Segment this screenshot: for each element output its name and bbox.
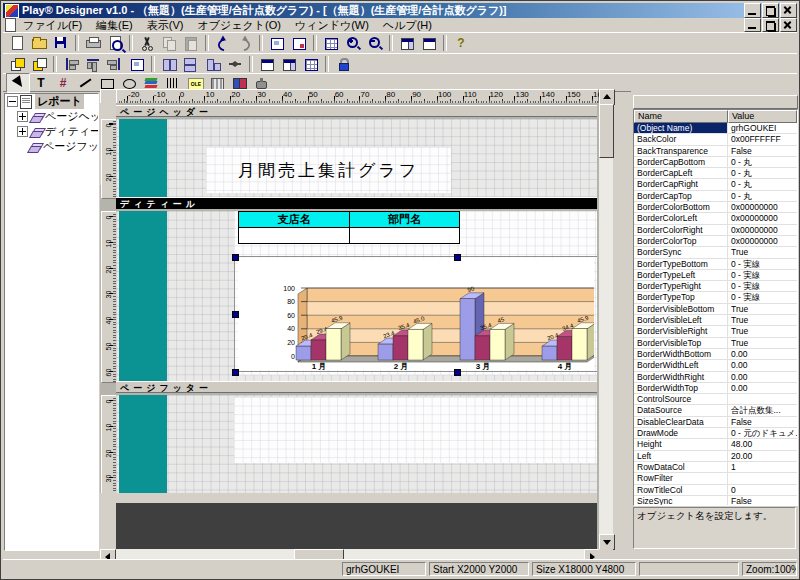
property-value[interactable]: 0 - 実線 bbox=[728, 292, 797, 302]
select-report-button[interactable] bbox=[266, 34, 288, 52]
property-value[interactable]: False bbox=[728, 146, 797, 156]
design-canvas[interactable]: -20-100102030405060708090100110120130140… bbox=[100, 89, 613, 563]
undo-button[interactable] bbox=[212, 34, 234, 52]
property-value[interactable]: 0x00000000 bbox=[728, 202, 797, 212]
property-row[interactable]: Left20.00 bbox=[634, 451, 797, 462]
page-select-button[interactable] bbox=[300, 55, 322, 73]
property-row[interactable]: BackTransparenceFalse bbox=[634, 146, 797, 157]
property-value[interactable]: 1 bbox=[728, 462, 797, 472]
property-value[interactable]: True bbox=[728, 338, 797, 348]
property-window-button[interactable] bbox=[418, 34, 440, 52]
menu-item[interactable]: 編集(E) bbox=[89, 18, 140, 32]
property-row[interactable]: BorderColorRight0x00000000 bbox=[634, 225, 797, 236]
property-row[interactable]: DataSource合計点数集... bbox=[634, 405, 797, 416]
property-value[interactable] bbox=[728, 394, 797, 404]
grid-toggle-button[interactable] bbox=[320, 34, 342, 52]
lock-button[interactable] bbox=[332, 55, 354, 73]
table-header-department[interactable]: 部門名 bbox=[350, 212, 459, 227]
property-row[interactable]: BorderWidthTop0.00 bbox=[634, 383, 797, 394]
save-button[interactable] bbox=[50, 34, 72, 52]
menu-item[interactable]: ヘルプ(H) bbox=[376, 18, 439, 32]
menu-item[interactable]: ウィンドウ(W) bbox=[288, 18, 376, 32]
cut-button[interactable] bbox=[136, 34, 158, 52]
split-window-button[interactable] bbox=[396, 34, 418, 52]
resize-handle-middle-left[interactable] bbox=[232, 311, 239, 318]
property-row[interactable]: ControlSource bbox=[634, 394, 797, 405]
bring-to-front-button[interactable] bbox=[6, 55, 28, 73]
property-value[interactable]: 0 - 実線 bbox=[728, 281, 797, 291]
scroll-down-button[interactable] bbox=[599, 534, 615, 550]
page-grid-button[interactable] bbox=[278, 55, 300, 73]
property-value[interactable]: 合計点数集... bbox=[728, 405, 797, 415]
same-size-button[interactable] bbox=[202, 55, 224, 73]
paste-button[interactable] bbox=[180, 34, 202, 52]
property-value[interactable]: 0 bbox=[728, 485, 797, 495]
mdi-minimize-button[interactable] bbox=[744, 18, 761, 32]
menu-item[interactable]: オブジェクト(O) bbox=[190, 18, 287, 32]
table-cell-department[interactable] bbox=[350, 228, 459, 243]
property-value[interactable]: 48.00 bbox=[728, 439, 797, 449]
send-to-back-button[interactable] bbox=[28, 55, 50, 73]
property-row[interactable]: DrawMode0 - 元のドキュメ... bbox=[634, 428, 797, 439]
property-value[interactable]: 0 - 丸 bbox=[728, 191, 797, 201]
property-row[interactable]: BorderColorTop0x00000000 bbox=[634, 236, 797, 247]
property-value[interactable]: 0 - 丸 bbox=[728, 168, 797, 178]
property-name-column-header[interactable]: Name bbox=[634, 110, 728, 123]
report-parts-button[interactable] bbox=[288, 34, 310, 52]
teal-sidebar-detail[interactable] bbox=[119, 211, 167, 381]
property-row[interactable]: BorderVisibleBottomTrue bbox=[634, 304, 797, 315]
property-value[interactable] bbox=[728, 473, 797, 483]
property-value[interactable]: True bbox=[728, 315, 797, 325]
property-value[interactable]: True bbox=[728, 247, 797, 257]
property-value[interactable]: 0 - 丸 bbox=[728, 157, 797, 167]
page-footer-band[interactable]: ページフッター bbox=[116, 381, 597, 393]
property-row[interactable]: DisableClearDataFalse bbox=[634, 417, 797, 428]
property-value[interactable]: 0x00FFFFFF bbox=[728, 134, 797, 144]
property-row[interactable]: BorderTypeBottom0 - 実線 bbox=[634, 259, 797, 270]
property-row[interactable]: BorderCapRight0 - 丸 bbox=[634, 179, 797, 190]
property-row[interactable]: BorderColorBottom0x00000000 bbox=[634, 202, 797, 213]
menu-item[interactable]: 表示(V) bbox=[140, 18, 191, 32]
property-value[interactable]: True bbox=[728, 304, 797, 314]
copy-button[interactable] bbox=[158, 34, 180, 52]
resize-handle-top-left[interactable] bbox=[232, 254, 239, 261]
property-row[interactable]: BorderTypeRight0 - 実線 bbox=[634, 281, 797, 292]
align-left-button[interactable] bbox=[60, 55, 82, 73]
property-row[interactable]: BorderWidthBottom0.00 bbox=[634, 349, 797, 360]
property-value[interactable]: 0 - 実線 bbox=[728, 270, 797, 280]
property-value[interactable]: 0.00 bbox=[728, 360, 797, 370]
expand-icon[interactable] bbox=[17, 126, 28, 137]
mdi-close-button[interactable] bbox=[780, 18, 797, 32]
property-row[interactable]: BackColor0x00FFFFFF bbox=[634, 134, 797, 145]
property-value[interactable]: 0x00000000 bbox=[728, 236, 797, 246]
close-button[interactable] bbox=[780, 3, 797, 18]
property-value[interactable]: 0 - 丸 bbox=[728, 179, 797, 189]
line-tool-button[interactable] bbox=[74, 74, 96, 92]
property-row[interactable]: BorderTypeTop0 - 実線 bbox=[634, 292, 797, 303]
tree-item[interactable]: ディティール bbox=[5, 124, 98, 139]
zoom-in-button[interactable] bbox=[342, 34, 364, 52]
property-value[interactable]: 0 - 元のドキュメ... bbox=[728, 428, 797, 438]
fit-width-button[interactable] bbox=[224, 55, 246, 73]
open-button[interactable] bbox=[28, 34, 50, 52]
property-value[interactable]: 20.00 bbox=[728, 451, 797, 461]
object-selector-combo[interactable] bbox=[633, 95, 798, 109]
property-row[interactable]: RowTitleCol0 bbox=[634, 485, 797, 496]
select-tool-button[interactable] bbox=[6, 73, 30, 93]
table-cell-branch[interactable] bbox=[239, 228, 350, 243]
property-row[interactable]: RowDataCol1 bbox=[634, 462, 797, 473]
property-value[interactable]: 0 - 実線 bbox=[728, 259, 797, 269]
property-value-column-header[interactable]: Value bbox=[728, 110, 797, 123]
tree-item[interactable]: ページヘッダ bbox=[5, 109, 98, 124]
print-button[interactable] bbox=[82, 34, 104, 52]
field-tool-button[interactable]: # bbox=[52, 74, 74, 92]
property-row[interactable]: BorderWidthLeft0.00 bbox=[634, 360, 797, 371]
property-row[interactable]: (Object Name)grhGOUKEI bbox=[634, 123, 797, 134]
teal-sidebar-header[interactable] bbox=[119, 119, 167, 197]
mdi-restore-button[interactable] bbox=[762, 18, 779, 32]
property-row[interactable]: BorderVisibleRightTrue bbox=[634, 326, 797, 337]
align-picture-button[interactable] bbox=[126, 55, 148, 73]
property-value[interactable]: 0.00 bbox=[728, 383, 797, 393]
chart-object[interactable]: 02040608010020.429.445.91 月23.435.445.02… bbox=[238, 258, 594, 370]
same-width-button[interactable] bbox=[158, 55, 180, 73]
